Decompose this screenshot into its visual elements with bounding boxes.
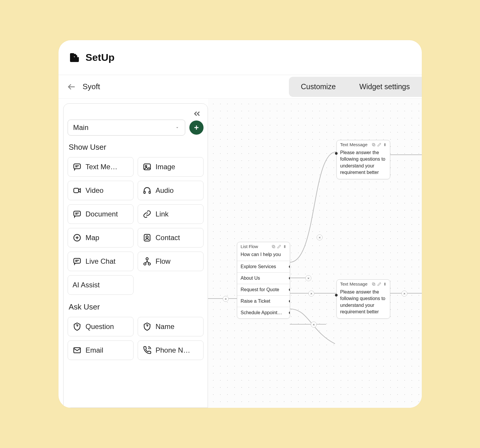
ask-user-grid: Question Name Email Phone N… (68, 317, 204, 360)
block-label: Map (86, 234, 100, 242)
block-phone[interactable]: Phone N… (138, 341, 204, 360)
svg-rect-22 (272, 245, 274, 247)
link-icon (143, 210, 152, 219)
copy-icon[interactable] (271, 245, 276, 249)
svg-rect-23 (284, 245, 285, 248)
page-title: SetUp (86, 52, 115, 63)
delete-icon[interactable] (383, 143, 387, 147)
copy-icon[interactable] (372, 143, 376, 147)
block-contact[interactable]: Contact (138, 228, 204, 247)
wire-delete-button[interactable] (305, 275, 311, 281)
edit-icon[interactable] (377, 282, 381, 286)
back-arrow-icon[interactable] (67, 82, 77, 92)
list-option[interactable]: About Us (237, 272, 290, 284)
tab-widget-settings[interactable]: Widget settings (348, 77, 422, 97)
chat-icon (73, 257, 82, 266)
message-icon (73, 162, 82, 171)
block-label: Question (86, 322, 114, 331)
block-label: Name (156, 322, 175, 331)
add-flow-button[interactable] (189, 120, 204, 135)
node-body: Please answer the following questions to… (337, 288, 390, 318)
document-icon (73, 210, 82, 219)
sidebar-panel: Main Show User Text Me… (63, 103, 208, 408)
block-ai-assist[interactable]: AI Assist (68, 275, 134, 295)
block-label: Link (156, 210, 169, 218)
list-option[interactable]: Raise a Ticket (237, 295, 290, 307)
copy-icon[interactable] (372, 282, 376, 286)
svg-rect-6 (74, 211, 80, 216)
block-label: AI Assist (73, 281, 100, 289)
block-label: Audio (156, 186, 174, 195)
block-email[interactable]: Email (68, 341, 134, 360)
section-show-user: Show User (69, 143, 204, 152)
block-name[interactable]: Name (138, 317, 204, 336)
block-text-message[interactable]: Text Me… (68, 157, 134, 177)
wire-delete-button[interactable] (308, 291, 314, 297)
email-icon (73, 346, 82, 355)
block-label: Flow (156, 257, 171, 265)
block-map[interactable]: Map (68, 228, 134, 247)
tab-customize[interactable]: Customize (289, 77, 347, 97)
flow-canvas[interactable]: Text Message Please answer the following… (208, 99, 422, 408)
node-text-message-2[interactable]: Text Message Please answer the following… (336, 279, 390, 319)
flow-selector-value: Main (73, 123, 89, 132)
block-label: Document (86, 210, 118, 218)
block-label: Text Me… (86, 163, 118, 171)
delete-icon[interactable] (383, 282, 387, 286)
svg-rect-15 (373, 144, 375, 146)
plus-icon (193, 124, 200, 131)
block-document[interactable]: Document (68, 204, 134, 224)
svg-rect-0 (74, 164, 80, 169)
block-audio[interactable]: Audio (138, 181, 204, 200)
block-label: Live Chat (86, 257, 115, 265)
flow-selector[interactable]: Main (68, 120, 185, 136)
node-title: Text Message (340, 142, 368, 147)
section-ask-user: Ask User (69, 302, 204, 312)
svg-rect-21 (273, 246, 275, 248)
name-shield-icon (143, 322, 152, 331)
wire-delete-button[interactable] (317, 234, 323, 240)
flow-icon (143, 257, 152, 266)
image-icon (143, 162, 152, 171)
block-livechat[interactable]: Live Chat (68, 252, 134, 271)
svg-rect-16 (372, 143, 374, 145)
svg-point-11 (146, 258, 148, 260)
block-label: Video (86, 186, 104, 195)
node-title: Text Message (340, 281, 368, 286)
app-frame: SetUp Syoft Customize Widget settings Ma… (58, 40, 422, 408)
block-label: Phone N… (156, 346, 190, 354)
block-image[interactable]: Image (138, 157, 204, 177)
node-prompt: How can I help you (237, 250, 290, 261)
svg-rect-5 (149, 191, 150, 194)
block-label: Contact (156, 234, 180, 242)
svg-point-9 (146, 236, 148, 238)
block-label: Email (86, 346, 103, 354)
collapse-icon[interactable] (192, 109, 202, 118)
edit-icon[interactable] (377, 143, 381, 147)
list-option[interactable]: Request for Quote (237, 284, 290, 295)
delete-icon[interactable] (283, 245, 287, 249)
contact-icon (143, 233, 152, 242)
headphones-icon (143, 186, 152, 195)
node-list-flow[interactable]: List Flow How can I help you Explore Ser… (237, 242, 290, 319)
svg-rect-10 (74, 258, 80, 263)
video-icon (73, 186, 82, 195)
edit-icon[interactable] (277, 245, 281, 249)
svg-rect-20 (384, 283, 385, 285)
wire-delete-button[interactable] (223, 296, 229, 302)
question-shield-icon (73, 322, 82, 331)
svg-rect-19 (372, 283, 374, 285)
block-flow[interactable]: Flow (138, 252, 204, 271)
block-link[interactable]: Link (138, 204, 204, 224)
app-header: SetUp (58, 40, 422, 75)
node-text-message-1[interactable]: Text Message Please answer the following… (336, 140, 390, 179)
node-body: Please answer the following questions to… (337, 148, 390, 179)
block-video[interactable]: Video (68, 181, 134, 200)
list-option[interactable]: Schedule Appoint… (237, 307, 290, 318)
wire-delete-button[interactable] (401, 291, 407, 297)
wire-delete-button[interactable] (311, 322, 317, 328)
block-question[interactable]: Question (68, 317, 134, 336)
node-title: List Flow (241, 244, 258, 249)
phone-icon (143, 346, 152, 355)
list-option[interactable]: Explore Services (237, 261, 290, 272)
